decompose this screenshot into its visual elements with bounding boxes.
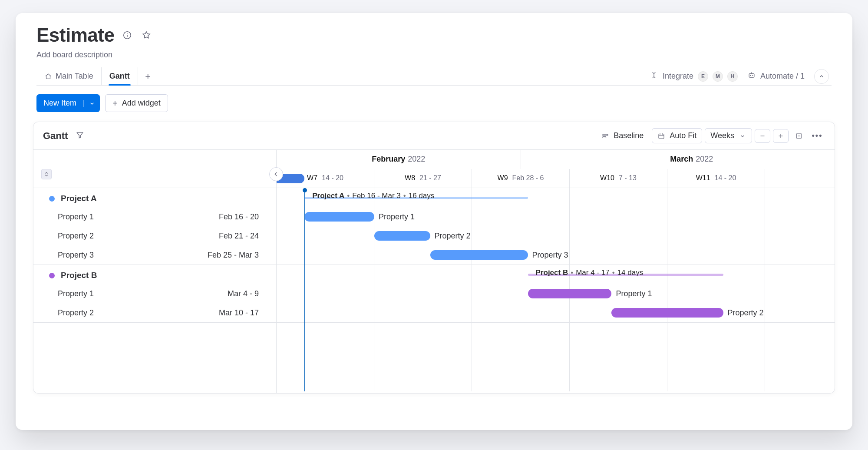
- toolbar: New Item + Add widget: [23, 86, 845, 122]
- week-header: W107 - 13: [570, 169, 667, 188]
- gantt-row: Project B•Mar 4 - 17•14 days: [277, 265, 835, 284]
- svg-rect-3: [749, 74, 754, 77]
- gantt-timeline[interactable]: February 2022March 2022 W714 - 20W821 - …: [277, 150, 835, 393]
- task-date: Mar 10 - 17: [219, 308, 259, 318]
- plus-icon: +: [112, 99, 118, 108]
- board-header: Estimate Add board description Main Tabl…: [23, 24, 845, 86]
- gantt-title: Gantt: [43, 130, 68, 142]
- tab-label: Gantt: [109, 72, 130, 81]
- gantt-row: Property 2: [277, 303, 835, 322]
- task-date: Feb 25 - Mar 3: [208, 251, 259, 260]
- task-bar-label: Property 3: [532, 250, 568, 260]
- svg-rect-8: [659, 134, 664, 139]
- task-row[interactable]: Property 1Mar 4 - 9: [33, 284, 276, 303]
- svg-point-4: [750, 75, 751, 76]
- task-row[interactable]: Property 2Mar 10 - 17: [33, 303, 276, 322]
- today-line: [304, 188, 305, 391]
- export-button[interactable]: [791, 129, 807, 143]
- task-name: Property 2: [58, 232, 94, 241]
- tab-gantt[interactable]: Gantt: [102, 67, 138, 85]
- automate-label: Automate / 1: [760, 72, 805, 81]
- tab-main-table[interactable]: Main Table: [36, 67, 102, 85]
- integrate-icon: [650, 71, 658, 82]
- automate-button[interactable]: Automate / 1: [747, 71, 805, 82]
- month-header: March 2022: [521, 150, 835, 169]
- task-date: Feb 21 - 24: [219, 232, 259, 241]
- task-bar-label: Property 2: [728, 308, 764, 318]
- collapse-header-button[interactable]: [814, 69, 829, 84]
- svg-point-5: [752, 75, 753, 76]
- task-date: Mar 4 - 9: [228, 289, 259, 298]
- app-icon-2[interactable]: M: [713, 71, 723, 82]
- task-bar[interactable]: [304, 212, 374, 222]
- task-bar[interactable]: [430, 250, 528, 260]
- task-row[interactable]: Property 1Feb 16 - 20: [33, 207, 276, 226]
- integrate-button[interactable]: Integrate E M H: [650, 71, 738, 82]
- gantt-row: Property 1: [277, 284, 835, 303]
- group-color-dot: [49, 273, 55, 278]
- add-widget-button[interactable]: + Add widget: [105, 94, 168, 112]
- board-description[interactable]: Add board description: [36, 50, 832, 60]
- autofit-label: Auto Fit: [670, 131, 696, 140]
- app-icon-3[interactable]: H: [727, 71, 738, 82]
- gantt-row: Property 1: [277, 207, 835, 226]
- app-icon-1[interactable]: E: [698, 71, 708, 82]
- gantt-grid: Project AProperty 1Feb 16 - 20Property 2…: [33, 150, 835, 393]
- add-tab-button[interactable]: +: [138, 67, 158, 85]
- group-name: Project A: [61, 194, 97, 203]
- group-span-label: Project B•Mar 4 - 17•14 days: [536, 268, 644, 277]
- task-bar-label: Property 2: [435, 231, 471, 241]
- collapse-all-button[interactable]: [41, 169, 52, 179]
- add-widget-label: Add widget: [122, 99, 161, 108]
- svg-rect-7: [603, 136, 606, 138]
- group-name: Project B: [61, 271, 97, 280]
- baseline-button[interactable]: Baseline: [596, 128, 649, 143]
- tab-label: Main Table: [56, 72, 93, 81]
- scale-label: Weeks: [710, 131, 734, 140]
- chevron-down-icon: [739, 132, 746, 140]
- integrate-label: Integrate: [663, 72, 693, 81]
- task-bar-label: Property 1: [616, 289, 652, 298]
- new-item-button[interactable]: New Item: [36, 94, 83, 112]
- task-bar-label: Property 1: [379, 212, 415, 222]
- task-bar[interactable]: [611, 308, 723, 318]
- group-color-dot: [49, 196, 55, 202]
- zoom-in-button[interactable]: [773, 129, 789, 143]
- week-header: W821 - 27: [374, 169, 472, 188]
- task-row[interactable]: Property 3Feb 25 - Mar 3: [33, 245, 276, 265]
- left-header: [33, 150, 276, 188]
- scroll-left-button[interactable]: [269, 167, 283, 181]
- star-icon[interactable]: [140, 29, 152, 41]
- filter-icon[interactable]: [76, 131, 84, 141]
- task-bar[interactable]: [374, 231, 430, 241]
- task-name: Property 3: [58, 251, 94, 260]
- zoom-out-button[interactable]: [755, 129, 770, 143]
- group-header[interactable]: Project B: [33, 265, 276, 284]
- home-icon: [44, 73, 52, 80]
- gantt-row: Property 3: [277, 245, 835, 265]
- board-title: Estimate: [36, 24, 114, 46]
- task-name: Property 2: [58, 308, 94, 318]
- robot-icon: [747, 71, 756, 82]
- svg-point-2: [127, 33, 128, 34]
- info-icon[interactable]: [121, 29, 133, 41]
- svg-rect-6: [603, 134, 608, 136]
- week-header: W9Feb 28 - 6: [472, 169, 570, 188]
- scale-select[interactable]: Weeks: [705, 128, 752, 143]
- gantt-card: Gantt Baseline Auto Fit Weeks: [33, 122, 835, 394]
- group-header[interactable]: Project A: [33, 188, 276, 207]
- board-card: Estimate Add board description Main Tabl…: [16, 13, 852, 430]
- gantt-row: Property 2: [277, 226, 835, 245]
- baseline-label: Baseline: [614, 131, 644, 140]
- week-header: W1114 - 20: [667, 169, 765, 188]
- task-row[interactable]: Property 2Feb 21 - 24: [33, 226, 276, 245]
- month-header: February 2022: [277, 150, 521, 169]
- more-icon[interactable]: •••: [809, 128, 825, 143]
- task-bar[interactable]: [528, 289, 612, 298]
- new-item-dropdown[interactable]: [83, 100, 100, 107]
- autofit-button[interactable]: Auto Fit: [652, 128, 702, 143]
- new-item-split-button: New Item: [36, 94, 100, 112]
- gantt-row: Project A•Feb 16 - Mar 3•16 days: [277, 188, 835, 207]
- gantt-left-pane: Project AProperty 1Feb 16 - 20Property 2…: [33, 150, 277, 393]
- group-span-label: Project A•Feb 16 - Mar 3•16 days: [312, 192, 434, 200]
